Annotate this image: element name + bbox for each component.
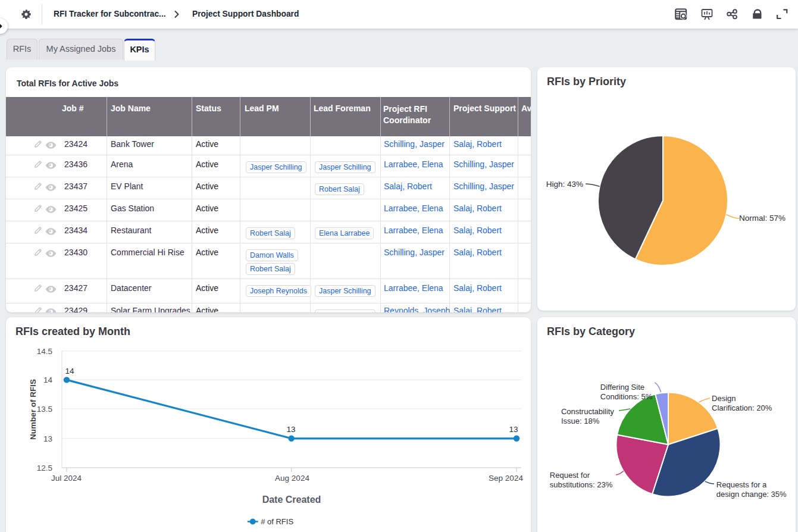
svg-text:Request for: Request for [550,471,590,480]
svg-text:# of RFIS: # of RFIS [261,517,293,526]
svg-text:13: 13 [43,434,52,443]
svg-text:Design: Design [712,394,736,403]
svg-text:14: 14 [43,375,53,384]
svg-text:design change: 35%: design change: 35% [716,490,787,499]
svg-text:Jul 2024: Jul 2024 [51,474,82,483]
svg-text:Clarification: 20%: Clarification: 20% [712,403,772,412]
svg-text:12.5: 12.5 [37,464,52,472]
svg-text:Sep 2024: Sep 2024 [489,474,523,483]
svg-text:Number of RFIS: Number of RFIS [29,379,37,440]
svg-text:Constructability: Constructability [561,407,614,416]
svg-text:14: 14 [65,367,74,375]
svg-text:Requests for a: Requests for a [716,480,767,489]
svg-text:14.5: 14.5 [37,347,52,356]
svg-text:Conditions: 5%: Conditions: 5% [600,392,653,401]
svg-text:13: 13 [509,425,518,434]
svg-text:substitutions: 23%: substitutions: 23% [550,480,613,489]
svg-text:Aug 2024: Aug 2024 [275,474,309,483]
svg-text:13.5: 13.5 [37,405,52,414]
svg-text:Issue: 18%: Issue: 18% [561,417,600,425]
svg-text:Normal: 57%: Normal: 57% [739,214,786,223]
svg-text:13: 13 [286,425,295,434]
svg-text:High: 43%: High: 43% [546,180,583,189]
svg-text:Date Created: Date Created [262,495,321,505]
svg-text:Differing Site: Differing Site [600,383,644,392]
